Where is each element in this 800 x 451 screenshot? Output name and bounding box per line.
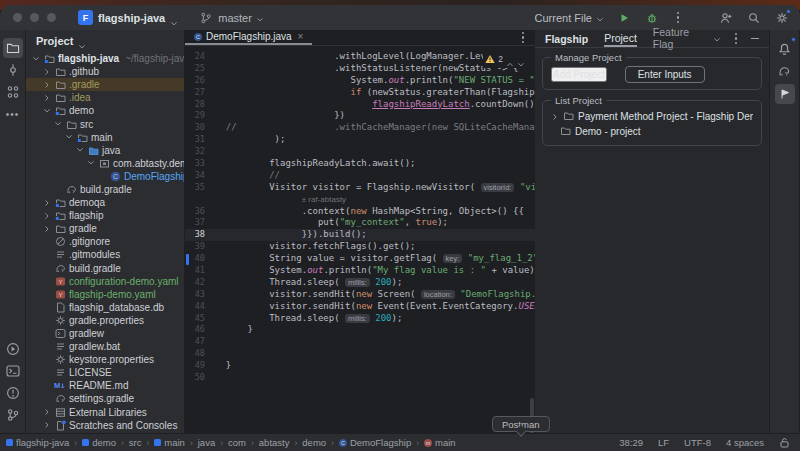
previous-problem-icon[interactable] (506, 55, 514, 63)
notifications-icon[interactable] (775, 38, 795, 58)
code-line[interactable]: 43 visitor.sendHit(new Screen( location:… (185, 289, 535, 301)
tree-row[interactable]: keystore.properties (26, 353, 184, 366)
next-problem-icon[interactable] (517, 55, 525, 63)
tree-row[interactable]: build.gradle (26, 262, 184, 275)
tool-strip-problems-icon[interactable] (3, 383, 23, 403)
tree-row[interactable]: External Libraries (26, 406, 184, 419)
project-list-item[interactable]: Demo - project (551, 124, 753, 139)
status-widget[interactable]: 38:29 (619, 437, 643, 448)
run-configuration-selector[interactable]: Current File (535, 12, 604, 24)
tool-strip-more-icon[interactable]: ••• (3, 104, 23, 124)
tab-options-icon[interactable] (517, 32, 529, 44)
code-line[interactable]: 48 (185, 348, 535, 360)
gradle-icon[interactable] (775, 61, 795, 81)
chevron-down-icon[interactable] (75, 146, 84, 154)
tree-row[interactable]: LICENSE (26, 366, 184, 379)
tool-strip-project-icon[interactable] (3, 38, 23, 58)
code-line[interactable]: 46 } (185, 324, 535, 336)
zoom-window-button[interactable] (47, 13, 56, 22)
code-line[interactable]: 26 System.out.println("NEW STATUS = " + … (185, 75, 535, 87)
code-line[interactable]: 27 if (newStatus.greaterThan(Flagship.St… (185, 87, 535, 99)
tree-row[interactable]: Yconfiguration-demo.yaml (26, 275, 184, 288)
enter-inputs-button[interactable]: Enter Inputs (625, 66, 705, 83)
status-widget[interactable]: UTF-8 (684, 437, 711, 448)
chevron-right-icon[interactable] (42, 68, 51, 76)
tree-row[interactable]: gradle (26, 222, 184, 235)
chevron-right-icon[interactable] (42, 94, 51, 102)
chevron-down-icon[interactable] (31, 55, 40, 63)
add-project-button[interactable]: Add Project (551, 67, 607, 82)
chevron-down-icon[interactable] (53, 120, 62, 128)
tree-row[interactable]: flagship_database.db (26, 301, 184, 314)
tree-row[interactable]: gradle.properties (26, 314, 184, 327)
flagship-icon[interactable] (775, 84, 795, 104)
project-list-item[interactable]: Payment Method Project - Flagship Demo (551, 109, 753, 124)
tree-row[interactable]: com.abtasty.demo (26, 157, 184, 170)
code-line[interactable]: 41 System.out.println("My flag value is … (185, 265, 535, 277)
tab-project[interactable]: Project (604, 30, 637, 47)
project-widget[interactable]: F flagship-java (78, 10, 178, 25)
tool-strip-structure-icon[interactable] (3, 82, 23, 102)
tree-row[interactable]: main (26, 131, 184, 144)
close-tab-icon[interactable]: × (298, 31, 304, 42)
tree-row[interactable]: demo (26, 104, 184, 117)
breadcrumb-item[interactable]: demo (302, 437, 326, 448)
chevron-right-icon[interactable] (42, 212, 51, 220)
chevron-down-icon[interactable] (64, 133, 73, 141)
window-controls[interactable] (13, 13, 56, 22)
tree-row[interactable]: gradlew (26, 327, 184, 340)
run-button[interactable] (616, 10, 632, 26)
code-line[interactable]: 47 (185, 336, 535, 348)
chevron-right-icon[interactable] (42, 408, 51, 416)
chevron-right-icon[interactable] (42, 421, 51, 429)
search-everywhere-icon[interactable] (746, 10, 762, 26)
code-line[interactable]: 30 // .withCacheManager(new SQLiteCacheM… (185, 122, 535, 134)
code-line[interactable]: 45 Thread.sleep( millis: 200); (185, 313, 535, 325)
tree-row[interactable]: Scratches and Consoles (26, 419, 184, 432)
tree-row[interactable]: .github (26, 65, 184, 78)
status-widget[interactable]: 4 spaces (726, 437, 764, 448)
chevron-down-icon[interactable] (713, 35, 721, 43)
project-panel-header[interactable]: Project (26, 30, 184, 52)
breadcrumb-item[interactable]: com (228, 437, 246, 448)
code-line[interactable]: 35 Visitor visitor = Flagship.newVisitor… (185, 182, 535, 194)
code-line[interactable]: 38 }}).build(); (185, 229, 535, 241)
code-line[interactable]: 28 flagshipReadyLatch.countDown(); (185, 99, 535, 111)
breadcrumb-item[interactable]: demo (82, 437, 116, 448)
code-line[interactable]: 32 (185, 146, 535, 158)
tool-strip-commit-icon[interactable] (3, 60, 23, 80)
chevron-down-icon[interactable] (42, 107, 51, 115)
tab-feature-flag[interactable]: Feature Flag (653, 30, 697, 47)
write-access-lock-icon[interactable] (779, 437, 790, 448)
breadcrumb-item[interactable]: abtasty (259, 437, 290, 448)
tree-row[interactable]: build.gradle (26, 183, 184, 196)
breadcrumb-item[interactable]: flagship-java (6, 437, 69, 448)
code-view[interactable]: 24 .withLogLevel(LogManager.Level.ALL)25… (185, 46, 535, 433)
more-actions-button[interactable] (672, 12, 684, 24)
tree-row[interactable]: java (26, 144, 184, 157)
code-line[interactable]: 37 put("my_context", true); (185, 217, 535, 229)
tree-row[interactable]: MREADME.md (26, 379, 184, 392)
tree-row[interactable]: settings.gradle (26, 392, 184, 405)
code-line[interactable]: 31 ); (185, 134, 535, 146)
tree-row[interactable]: .gitmodules (26, 248, 184, 261)
close-window-button[interactable] (13, 13, 22, 22)
code-line[interactable]: 39 visitor.fetchFlags().get(); (185, 241, 535, 253)
editor-tab[interactable]: C DemoFlagship.java × (185, 30, 312, 45)
code-line[interactable]: 36 .context(new HashMap<String, Object>(… (185, 206, 535, 218)
tool-strip-run-icon[interactable] (3, 339, 23, 359)
code-line[interactable]: 49 } (185, 360, 535, 372)
code-line[interactable]: 33 flagshipReadyLatch.await(); (185, 158, 535, 170)
tree-row[interactable]: flagship (26, 209, 184, 222)
hide-panel-icon[interactable] (751, 38, 759, 40)
code-line[interactable]: 29 }) (185, 110, 535, 122)
tree-row[interactable]: Yflagship-demo.yaml (26, 288, 184, 301)
debug-button[interactable] (644, 10, 660, 26)
inspections-widget[interactable]: 2 (483, 50, 527, 68)
code-with-me-icon[interactable] (718, 10, 734, 26)
code-line[interactable]: 42 Thread.sleep( millis: 200); (185, 277, 535, 289)
tree-row[interactable]: demoqa (26, 196, 184, 209)
status-widget[interactable]: LF (658, 437, 669, 448)
chevron-right-icon[interactable] (551, 113, 559, 121)
breadcrumb-item[interactable]: java (198, 437, 215, 448)
